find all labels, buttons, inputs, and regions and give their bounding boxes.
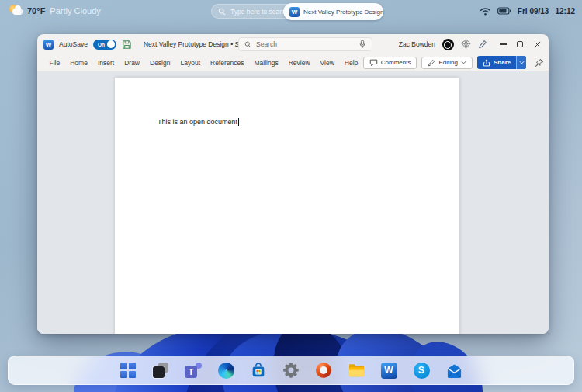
autosave-state: On [98,42,105,47]
weather-widget[interactable]: 70°F Partly Cloudy [9,5,101,16]
ribbon-pin-icon[interactable] [535,58,544,68]
tray-time: 12:12 [555,7,575,16]
search-placeholder: Type here to search [230,8,289,16]
comments-label: Comments [381,59,411,66]
taskbar-icon-mail[interactable] [445,362,463,380]
file-explorer-icon [348,363,365,378]
document-page[interactable]: This is an open document [115,78,459,334]
tab-help[interactable]: Help [339,59,362,67]
autosave-toggle[interactable]: On [93,40,116,50]
search-icon [244,41,251,48]
system-tray[interactable]: Fri 09/13 12:12 [480,5,575,17]
share-dropdown[interactable] [516,56,526,69]
comments-button[interactable]: Comments [363,57,417,69]
tab-design[interactable]: Design [145,59,175,67]
taskbar: T [8,356,574,385]
tab-review[interactable]: Review [283,59,315,67]
taskbar-icon-start[interactable] [120,362,137,380]
weather-condition: Partly Cloudy [50,6,100,16]
search-icon [218,8,226,16]
toggle-knob [107,40,115,48]
taskbar-icon-office[interactable] [315,362,333,380]
desktop: 70°F Partly Cloudy Type here to search W… [0,0,582,392]
tab-layout[interactable]: Layout [175,59,206,67]
document-canvas: This is an open document [37,71,549,334]
word-search-placeholder: Search [256,40,277,48]
editing-label: Editing [438,59,457,66]
word-search-box[interactable]: Search [238,37,372,51]
windows-start-icon [120,363,136,378]
chevron-down-icon [461,61,466,64]
microsoft-store-icon [250,362,267,379]
taskbar-icon-file-explorer[interactable] [348,362,365,380]
mail-icon [445,363,463,379]
close-icon [534,41,541,48]
edge-icon [218,363,234,379]
gear-icon [282,362,300,379]
word-window: W AutoSave On Next Valley Prototype Desi… [37,34,549,334]
taskbar-icon-teams[interactable]: T [185,362,203,380]
taskbar-icon-edge[interactable] [217,362,235,380]
word-icon: W [381,363,397,379]
share-label: Share [494,59,511,66]
active-app-pill[interactable]: W Next Valley Prototype Design [283,3,383,20]
document-text: This is an open document [158,118,237,126]
microphone-icon[interactable] [359,40,366,49]
taskbar-icon-word[interactable]: W [380,362,398,380]
word-icon: W [289,7,300,17]
tab-insert[interactable]: Insert [92,59,119,67]
tab-file[interactable]: File [44,59,65,67]
minimize-button[interactable] [494,34,511,54]
pen-icon[interactable] [478,40,487,49]
window-controls [494,34,546,54]
office-icon [316,363,331,378]
pencil-icon [428,59,435,67]
ribbon-tab-row: File Home Insert Draw Design Layout Refe… [37,54,549,71]
text-cursor [238,118,239,126]
save-icon[interactable] [122,40,132,50]
wifi-icon [480,7,491,16]
tray-date: Fri 09/13 [518,7,549,16]
maximize-button[interactable] [511,34,528,54]
share-button[interactable]: Share [477,56,526,69]
autosave-label: AutoSave [59,40,88,48]
skype-icon: S [414,363,430,379]
taskbar-icon-store[interactable] [250,362,268,380]
battery-icon [497,7,511,15]
tab-draw[interactable]: Draw [120,59,145,67]
taskbar-icon-settings[interactable] [282,362,300,380]
word-titlebar: W AutoSave On Next Valley Prototype Desi… [37,34,549,54]
tab-home[interactable]: Home [65,59,93,67]
taskbar-icon-skype[interactable]: S [413,362,431,380]
comment-icon [369,59,378,67]
close-button[interactable] [528,34,546,54]
teams-icon: T [185,362,202,379]
desktop-search-bar[interactable]: Type here to search W Next Valley Protot… [211,4,376,19]
tab-mailings[interactable]: Mailings [249,59,283,67]
share-icon [483,59,490,67]
account-avatar[interactable] [442,39,454,50]
tab-references[interactable]: References [206,59,249,67]
word-app-icon: W [43,40,54,50]
taskbar-icon-task-view[interactable] [152,362,170,380]
editing-mode-button[interactable]: Editing [421,57,472,69]
desktop-topbar: 70°F Partly Cloudy Type here to search W… [0,0,582,23]
tab-view[interactable]: View [315,59,339,67]
gem-icon[interactable] [461,40,471,49]
partly-cloudy-icon [9,5,23,16]
chevron-down-icon [519,61,525,64]
weather-temperature: 70°F [27,6,45,16]
task-view-icon [152,362,169,379]
account-name[interactable]: Zac Bowden [399,40,435,48]
active-app-label: Next Valley Prototype Design [303,9,383,16]
